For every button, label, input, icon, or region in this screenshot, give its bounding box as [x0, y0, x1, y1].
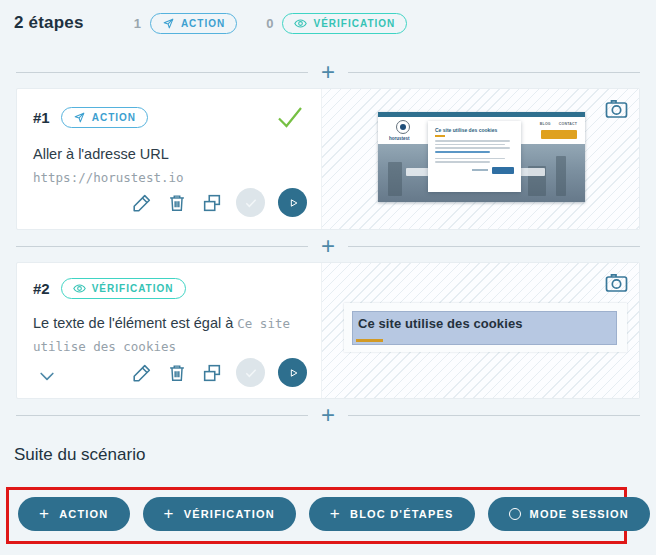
steps-summary-bar: 2 étapes 1 ACTION 0 VÉRIFICATION [0, 0, 656, 34]
step-description: Le texte de l'élément est égal à Ce site… [33, 312, 305, 358]
site-logo-icon [396, 120, 410, 134]
photo-figure [388, 162, 402, 196]
step-divider-2: + [16, 230, 640, 262]
site-nav-blog: BLOG [540, 122, 551, 126]
step-number: #2 [33, 280, 50, 297]
divider-line [348, 246, 640, 247]
step-type-badge-action: ACTION [61, 107, 148, 128]
photo-figure [556, 156, 566, 196]
play-step-button[interactable] [278, 188, 307, 217]
site-cta-button [541, 130, 577, 139]
validate-step-button[interactable] [236, 188, 265, 217]
step-2-actions [33, 358, 307, 387]
duplicate-icon [201, 362, 223, 384]
circle-icon [509, 508, 521, 520]
step-description: Aller à l'adresse URL [33, 143, 307, 165]
add-buttons-row-annotation: + ACTION + VÉRIFICATION + BLOC D'ÉTAPES … [6, 487, 627, 544]
step-1-details: #1 ACTION Aller à l'adresse URL https://… [17, 89, 321, 229]
verification-count: 0 [266, 16, 273, 31]
plus-icon: + [330, 505, 341, 522]
add-action-label: ACTION [59, 508, 108, 520]
add-step-block-label: BLOC D'ÉTAPES [350, 508, 454, 520]
edit-button[interactable] [131, 192, 153, 214]
divider-line [16, 72, 308, 73]
step-1-screenshot-panel: horustest BLOG CONTACT Ce site utilise d… [321, 89, 639, 229]
site-nav-contact: CONTACT [559, 122, 577, 126]
add-verification-button[interactable]: + VÉRIFICATION [143, 497, 296, 531]
step-2-details: #2 VÉRIFICATION Le texte de l'élément es… [17, 263, 321, 398]
check-icon [243, 365, 259, 381]
page-title: 2 étapes [14, 13, 84, 33]
trash-icon [166, 362, 188, 384]
add-verification-label: VÉRIFICATION [184, 508, 275, 520]
trash-icon [166, 192, 188, 214]
validate-step-button[interactable] [236, 358, 265, 387]
step-value-url: https://horustest.io [33, 168, 307, 188]
play-step-button[interactable] [278, 358, 307, 387]
add-step-button-3[interactable]: + [308, 401, 348, 429]
highlighted-element-text: Ce site utilise des cookies [353, 312, 616, 331]
duplicate-icon [201, 192, 223, 214]
step-divider-1: + [16, 56, 640, 88]
step-card-1: #1 ACTION Aller à l'adresse URL https://… [16, 88, 640, 230]
divider-line [348, 72, 640, 73]
step-number: #1 [33, 109, 50, 126]
learn-more-link-placeholder [472, 169, 488, 171]
accent-underline [356, 339, 383, 342]
step-card-2: #2 VÉRIFICATION Le texte de l'élément es… [16, 262, 640, 399]
eye-icon [73, 282, 86, 295]
delete-button[interactable] [166, 362, 188, 384]
success-check-icon [275, 104, 305, 130]
action-count: 1 [134, 16, 141, 31]
step-2-screenshot-panel: Ce site utilise des cookies [321, 263, 639, 398]
accent-underline [435, 135, 445, 137]
divider-line [348, 415, 640, 416]
session-mode-label: MODE SESSION [530, 508, 629, 520]
site-brand: horustest [389, 136, 410, 141]
scenario-editor: { "header": { "title": "2 étapes", "acti… [0, 0, 656, 555]
cookie-modal-title: Ce site utilise des cookies [435, 127, 514, 133]
play-icon [285, 195, 301, 211]
add-step-block-button[interactable]: + BLOC D'ÉTAPES [309, 497, 475, 531]
action-type-badge: ACTION [150, 13, 237, 34]
camera-icon[interactable] [604, 271, 629, 297]
duplicate-button[interactable] [201, 192, 223, 214]
expand-step-button[interactable] [37, 366, 57, 386]
plus-icon: + [39, 505, 50, 522]
paper-plane-icon [162, 17, 175, 30]
play-icon [285, 365, 301, 381]
next-section-title: Suite du scénario [14, 445, 656, 465]
divider-line [16, 246, 308, 247]
chevron-down-icon [37, 366, 57, 386]
session-mode-button[interactable]: MODE SESSION [488, 497, 650, 531]
camera-icon[interactable] [604, 97, 629, 123]
text-line-placeholder [435, 144, 505, 146]
text-line-placeholder [435, 161, 490, 163]
site-nav: BLOG CONTACT [540, 122, 577, 126]
text-line-placeholder [435, 158, 505, 160]
step-description-text: Le texte de l'élément est égal à [33, 315, 233, 331]
type-counters: 1 ACTION 0 VÉRIFICATION [134, 13, 408, 34]
step-type-label: VÉRIFICATION [92, 283, 174, 294]
step-divider-3: + [16, 399, 640, 431]
pencil-icon [131, 362, 153, 384]
plus-icon: + [164, 505, 175, 522]
highlighted-element: Ce site utilise des cookies [352, 311, 617, 345]
step-type-label: ACTION [92, 112, 136, 123]
eye-icon [294, 17, 307, 30]
add-action-button[interactable]: + ACTION [18, 497, 130, 531]
delete-button[interactable] [166, 192, 188, 214]
cookie-modal-actions [435, 167, 514, 174]
step-1-actions [33, 188, 307, 217]
accept-button-placeholder [492, 167, 514, 174]
add-step-button-1[interactable]: + [308, 58, 348, 86]
text-line-placeholder [435, 140, 510, 142]
action-badge-label: ACTION [181, 18, 225, 29]
add-step-button-2[interactable]: + [308, 232, 348, 260]
edit-button[interactable] [131, 362, 153, 384]
element-screenshot-thumbnail: Ce site utilise des cookies [344, 303, 627, 352]
step-type-badge-verification: VÉRIFICATION [61, 278, 186, 299]
duplicate-button[interactable] [201, 362, 223, 384]
verification-type-badge: VÉRIFICATION [282, 13, 407, 34]
check-icon [243, 195, 259, 211]
